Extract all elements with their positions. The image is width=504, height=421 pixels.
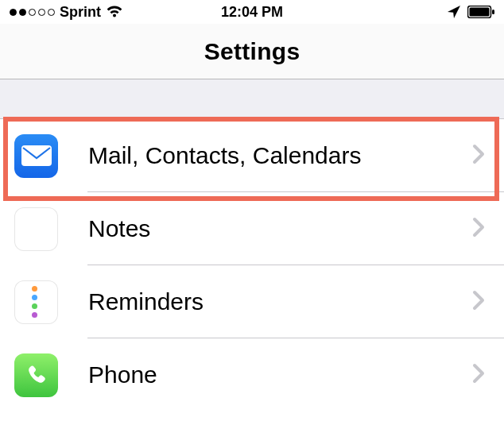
chevron-right-icon	[472, 144, 485, 168]
status-left: Sprint	[10, 4, 171, 21]
svg-rect-1	[469, 8, 489, 17]
row-mail-contacts-calendars[interactable]: Mail, Contacts, Calendars	[0, 119, 504, 192]
section-gap	[0, 79, 504, 119]
wifi-icon	[106, 5, 123, 19]
chevron-right-icon	[472, 290, 485, 314]
row-label: Notes	[88, 215, 472, 242]
row-phone[interactable]: Phone	[0, 338, 504, 411]
svg-rect-3	[21, 145, 52, 166]
chevron-right-icon	[472, 363, 485, 387]
phone-icon	[14, 353, 58, 397]
status-right	[333, 5, 494, 19]
carrier-label: Sprint	[60, 4, 101, 21]
clock: 12:04 PM	[171, 4, 332, 21]
battery-icon	[467, 6, 494, 18]
svg-rect-2	[492, 10, 494, 14]
notes-icon	[14, 207, 58, 251]
chevron-right-icon	[472, 217, 485, 241]
settings-list: Mail, Contacts, Calendars Notes Reminder…	[0, 119, 504, 411]
row-reminders[interactable]: Reminders	[0, 265, 504, 338]
page-title: Settings	[204, 38, 300, 65]
row-label: Phone	[88, 361, 472, 388]
mail-icon	[14, 134, 58, 178]
location-arrow-icon	[447, 5, 461, 19]
nav-header: Settings	[0, 24, 504, 79]
row-notes[interactable]: Notes	[0, 192, 504, 265]
row-label: Mail, Contacts, Calendars	[88, 142, 472, 169]
row-label: Reminders	[88, 288, 472, 315]
status-bar: Sprint 12:04 PM	[0, 0, 504, 24]
reminders-icon	[14, 280, 58, 324]
signal-strength-icon	[10, 9, 55, 16]
